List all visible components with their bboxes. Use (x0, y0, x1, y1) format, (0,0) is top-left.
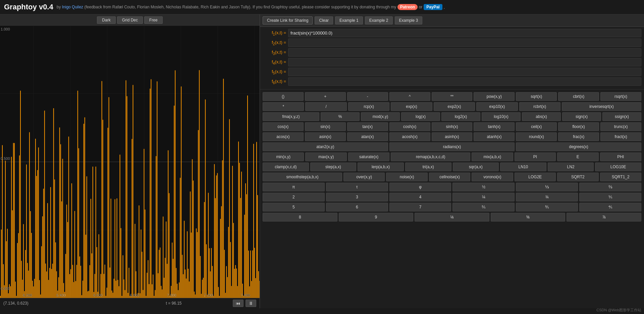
key-sqrt[interactable]: sqrt(x) (516, 92, 557, 101)
key-saturate[interactable]: saturate(x) (348, 152, 389, 161)
paypal-badge[interactable]: PayPal (424, 4, 442, 10)
formula-input-1[interactable] (288, 29, 641, 37)
key-4[interactable]: 4 (389, 193, 451, 201)
key-3[interactable]: 3 (326, 193, 388, 201)
key-over[interactable]: over(x,y) (343, 173, 385, 181)
key-pi-sym[interactable]: π (263, 183, 325, 191)
key-sin[interactable]: sin(x) (305, 122, 346, 131)
key-atan2[interactable]: atan2(x,y) (263, 142, 388, 151)
key-cos[interactable]: cos(x) (263, 122, 304, 131)
key-tan[interactable]: tan(x) (347, 122, 388, 131)
grid-dec-button[interactable]: Grid Dec (117, 16, 143, 24)
clear-button[interactable]: Clear (315, 16, 333, 24)
key-one-fifth[interactable]: ⅕ (579, 193, 641, 201)
key-frac[interactable]: frac(x) (558, 132, 599, 141)
key-clamp[interactable]: clamp(x,c,d) (263, 163, 309, 171)
key-lerp[interactable]: lerp(a,b,x) (358, 163, 404, 171)
key-5[interactable]: 5 (263, 203, 325, 211)
key-percent[interactable]: % (321, 112, 360, 121)
key-cbrt[interactable]: cbrt(x) (558, 92, 599, 101)
formula-input-3[interactable] (288, 48, 641, 57)
key-asinh[interactable]: asinh(x) (432, 132, 473, 141)
key-atan[interactable]: atan(x) (347, 132, 388, 141)
key-noise[interactable]: noise(x) (386, 173, 427, 181)
key-tau-sym[interactable]: τ (326, 183, 388, 191)
key-ssign[interactable]: ssign(x) (602, 112, 641, 121)
key-trunc[interactable]: trunc(x) (600, 122, 641, 131)
key-ln2[interactable]: LN2 (548, 163, 594, 171)
formula-input-6[interactable] (288, 77, 641, 86)
key-pi[interactable]: PI (515, 152, 556, 161)
key-sign[interactable]: sign(x) (562, 112, 601, 121)
key-plus[interactable]: + (305, 92, 346, 101)
rewind-button[interactable]: ⏮ (233, 300, 244, 307)
key-tri[interactable]: tri(a,x) (405, 163, 451, 171)
key-fract[interactable]: fract(x) (600, 132, 641, 141)
author-link[interactable]: Inigo Quilez (62, 5, 83, 9)
key-degrees[interactable]: degrees(x) (516, 142, 641, 151)
key-sqrt1-2[interactable]: SQRT1_2 (600, 173, 641, 181)
key-phi[interactable]: PHI (600, 152, 641, 161)
key-three-fifths[interactable]: ⅗ (516, 203, 578, 211)
key-log[interactable]: log(x) (401, 112, 440, 121)
key-atanh[interactable]: atanh(x) (474, 132, 515, 141)
key-floor[interactable]: floor(x) (558, 122, 599, 131)
key-exp2[interactable]: exp2(x) (434, 102, 475, 111)
key-2[interactable]: 2 (263, 193, 325, 201)
key-two-thirds[interactable]: ⅔ (579, 183, 641, 191)
key-mod[interactable]: mod(x,y) (361, 112, 400, 121)
key-9[interactable]: 9 (339, 213, 414, 222)
key-log2e[interactable]: LOG2E (515, 173, 556, 181)
key-parens[interactable]: () (263, 92, 304, 101)
key-phi-sym[interactable]: φ (389, 183, 451, 191)
key-max[interactable]: max(x,y) (305, 152, 346, 161)
key-exp10[interactable]: exp10(x) (476, 102, 518, 111)
example1-button[interactable]: Example 1 (335, 16, 363, 24)
key-6[interactable]: 6 (326, 203, 388, 211)
key-sqr[interactable]: sqr(a,x) (453, 163, 499, 171)
key-mul[interactable]: * (263, 102, 304, 111)
key-acos[interactable]: acos(x) (263, 132, 304, 141)
key-step[interactable]: step(a,x) (310, 163, 357, 171)
formula-input-5[interactable] (288, 68, 641, 76)
key-abs[interactable]: abs(x) (522, 112, 561, 121)
free-button[interactable]: Free (144, 16, 163, 24)
key-remap[interactable]: remap(a,b,x,c,d) (391, 152, 470, 161)
key-invsqrt[interactable]: inversesqrt(x) (562, 102, 641, 111)
key-one-eighth[interactable]: ⅛ (415, 213, 489, 222)
key-half[interactable]: ½ (452, 183, 515, 191)
example2-button[interactable]: Example 2 (365, 16, 393, 24)
key-three-quarters[interactable]: ¾ (516, 193, 578, 201)
key-rsqrt[interactable]: rsqrt(x) (600, 92, 641, 101)
key-min[interactable]: min(x,y) (263, 152, 304, 161)
key-log2[interactable]: log2(x) (441, 112, 480, 121)
key-pow[interactable]: pow(x,y) (474, 92, 515, 101)
key-cosh[interactable]: cosh(x) (389, 122, 430, 131)
key-div[interactable]: / (305, 102, 346, 111)
formula-input-4[interactable] (288, 58, 641, 66)
key-smoothstep[interactable]: smoothstep(a,b,x) (263, 173, 342, 181)
key-exp[interactable]: exp(x) (391, 102, 432, 111)
key-tanh[interactable]: tanh(x) (474, 122, 515, 131)
key-seven-eighths[interactable]: ⅞ (567, 213, 641, 222)
pause-button[interactable]: ⏸ (246, 300, 256, 307)
key-round[interactable]: round(x) (516, 132, 557, 141)
example3-button[interactable]: Example 3 (395, 16, 423, 24)
key-ceil[interactable]: ceil(x) (516, 122, 557, 131)
patreon-badge[interactable]: Patreon (397, 4, 418, 10)
graph-canvas[interactable]: 1.000 0.500 0.000 (0, 26, 260, 298)
key-7[interactable]: 7 (389, 203, 451, 211)
key-five-eighths[interactable]: ⅝ (491, 213, 566, 222)
key-four-fifths[interactable]: ⅘ (579, 203, 641, 211)
key-sqrt2[interactable]: SQRT2 (557, 173, 598, 181)
key-quarter[interactable]: ¼ (452, 193, 515, 201)
key-rcbrt[interactable]: rcbrt(x) (519, 102, 560, 111)
key-asin[interactable]: asin(x) (305, 132, 346, 141)
key-cellnoise[interactable]: cellnoise(x) (429, 173, 470, 181)
key-third[interactable]: ⅓ (516, 183, 578, 191)
key-e[interactable]: E (557, 152, 598, 161)
key-minus[interactable]: - (347, 92, 388, 101)
key-caret[interactable]: ^ (389, 92, 430, 101)
key-sinh[interactable]: sinh(x) (432, 122, 473, 131)
dark-button[interactable]: Dark (97, 16, 115, 24)
